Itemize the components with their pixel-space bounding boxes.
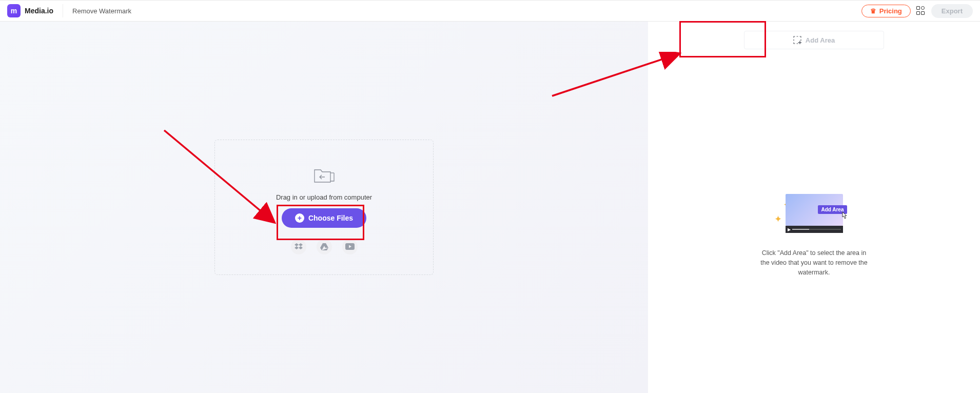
choose-files-label: Choose Files	[308, 214, 353, 222]
choose-files-button[interactable]: + Choose Files	[282, 208, 366, 228]
right-panel: Add Area ✦ ✦ Add Area ▶ Click "Add Area"…	[648, 22, 980, 393]
add-area-label: Add Area	[806, 36, 835, 44]
logo-group[interactable]: m Media.io	[7, 4, 53, 17]
upload-dropzone[interactable]: Drag in or upload from computer + Choose…	[214, 140, 434, 275]
pricing-label: Pricing	[879, 7, 902, 15]
youtube-icon[interactable]	[342, 239, 358, 254]
google-drive-icon[interactable]	[317, 239, 332, 254]
canvas-area: Drag in or upload from computer + Choose…	[0, 22, 648, 393]
apps-grid-icon[interactable]	[916, 6, 926, 16]
preview-thumbnail: ✦ ✦ Add Area ▶	[786, 194, 843, 233]
timeline-track	[792, 229, 841, 230]
export-button[interactable]: Export	[931, 4, 973, 18]
help-text: Click "Add Area" to select the area in t…	[758, 248, 871, 277]
help-preview: ✦ ✦ Add Area ▶ Click "Add Area" to selec…	[758, 194, 871, 277]
play-icon: ▶	[788, 227, 791, 232]
app-header: m Media.io Remove Watermark ♛ Pricing Ex…	[0, 0, 980, 22]
plus-circle-icon: +	[295, 213, 304, 223]
header-actions: ♛ Pricing Export	[861, 4, 973, 18]
pricing-button[interactable]: ♛ Pricing	[861, 5, 911, 17]
brand-logo-icon: m	[7, 4, 21, 17]
preview-timeline: ▶	[786, 226, 843, 233]
cloud-provider-row	[291, 239, 358, 254]
add-area-button[interactable]: Add Area	[744, 31, 884, 49]
brand-name: Media.io	[25, 7, 53, 15]
upload-hint-text: Drag in or upload from computer	[276, 193, 372, 201]
dropbox-icon[interactable]	[291, 239, 306, 254]
folder-upload-icon	[313, 166, 335, 186]
crown-icon: ♛	[870, 7, 876, 15]
selection-add-icon	[793, 36, 801, 44]
cursor-pointer-icon	[841, 211, 848, 221]
main-area: Drag in or upload from computer + Choose…	[0, 22, 980, 393]
page-title: Remove Watermark	[63, 4, 131, 17]
sparkle-icon: ✦	[774, 213, 782, 225]
